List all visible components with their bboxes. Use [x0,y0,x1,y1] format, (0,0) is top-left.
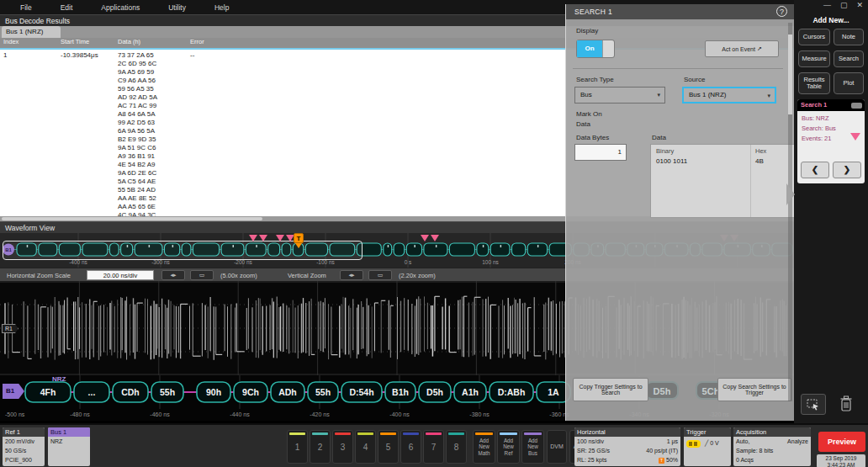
bus-value-box: 4Fh [25,382,71,402]
minimize-icon[interactable]: — [823,1,831,9]
menu-applications[interactable]: Applications [101,3,140,12]
search-card-type-line: Search: Bus [802,125,836,132]
channel-2-button[interactable]: 2 [310,430,331,464]
add-new-math-button[interactable]: Add New Math [473,430,495,464]
scrollbar-thumb[interactable] [2,217,262,220]
channel-7-button[interactable]: 7 [423,430,444,464]
bus-axis-label: -440 ns [230,411,250,417]
binary-value: 0100 1011 [656,157,687,165]
channel-color-stripe [403,433,419,435]
svg-text:55h: 55h [160,387,175,397]
overview-axis-label: -400 ns [60,259,97,265]
dimmed-bus-value: D5h [645,381,679,400]
menu-help[interactable]: Help [214,3,229,12]
tab-bus1-nrz[interactable]: Bus 1 (NRZ) [2,26,61,38]
ref1-waveform-badge[interactable]: R1 [2,324,19,333]
v-zoom-reset-button[interactable]: ▭ [368,270,392,280]
trigger-settings-badge[interactable]: Trigger ╱ 0 V [684,427,731,466]
channel-3-button[interactable]: 3 [332,430,353,464]
menu-file[interactable]: File [20,3,32,12]
acquisition-settings-badge[interactable]: Acquisition Auto,Analyze Sample: 8 bits … [733,427,811,466]
search-mark-pair[interactable] [249,235,267,241]
search-panel-title[interactable]: SEARCH 1 [566,4,794,19]
copy-trigger-settings-button[interactable]: Copy Trigger Settings to Search [573,378,648,401]
search1-badge-card[interactable]: Search 1 Bus: NRZ Search: Bus Events: 21… [797,99,865,183]
channel-8-button[interactable]: 8 [446,430,467,464]
trigger-position-marker[interactable]: T [294,233,304,243]
oscilloscope-screen: File Edit Applications Utility Help Bus … [0,0,868,467]
zoom-selection-box[interactable] [3,241,363,260]
svg-text:9Ch: 9Ch [242,387,259,397]
display-toggle[interactable]: On [576,40,615,58]
prev-event-button[interactable]: ❮ [801,162,829,178]
add-measure-button[interactable]: Measure [798,50,830,67]
overview-axis-label: -100 ns [307,259,344,265]
add-new-bus-button[interactable]: Add New Bus [521,430,544,464]
bus-value-box: D5h [419,382,451,402]
search-mark-pair[interactable] [421,235,439,241]
add-plot-button[interactable]: Plot [834,72,864,94]
overview-axis-label: 0 s [389,259,426,265]
source-dropdown[interactable]: Bus 1 (NRZ) ▾ [682,87,776,103]
help-icon[interactable]: ? [776,6,787,17]
bus-axis-label: -480 ns [70,411,90,417]
v-pan-button[interactable]: ◂▸ [340,270,363,280]
act-on-event-button[interactable]: Act on Event ↗ [705,40,779,57]
add-cursors-button[interactable]: Cursors [798,29,830,45]
bus-value-box: 55h [151,382,183,402]
h-zoom-reset-button[interactable]: ▭ [190,270,214,280]
bus-axis-label: -460 ns [150,411,170,417]
maximize-icon[interactable]: ▢ [840,1,848,9]
col-data-h: Data (h) [118,38,140,46]
channel-5-button[interactable]: 5 [378,430,399,464]
bus-value-box: 9Ch [234,382,267,402]
channel-1-button[interactable]: 1 [287,430,308,464]
datetime-display: 23 Sep 2019 3:44:23 AM [817,454,865,467]
panel-scrollbar[interactable] [788,23,792,401]
panel-collapse-handle[interactable] [786,183,795,205]
add-new-ref-button[interactable]: Add New Ref [497,430,520,464]
add-search-button[interactable]: Search [834,50,864,67]
horizontal-settings-badge[interactable]: Horizontal 100 ns/div1 μs SR: 25 GS/s40 … [574,427,680,466]
close-icon[interactable]: ✕ [856,1,863,9]
h-pan-button[interactable]: ◂▸ [161,270,185,280]
channel-color-stripe [448,433,464,435]
svg-text:CDh: CDh [121,387,140,397]
copy-search-settings-button[interactable]: Copy Search Settings to Trigger [717,378,791,401]
delete-trash-button[interactable] [839,395,853,416]
bus-value-box: CDh [113,382,148,402]
add-results-table-button[interactable]: Results Table [798,72,830,94]
chevron-down-icon: ▾ [657,88,660,103]
search-mark-pair[interactable] [276,235,294,241]
status-bar: Ref 1 200 mV/div 50 GS/s PCIE_900 Bus 1 … [0,423,868,467]
channel-6-button[interactable]: 6 [400,430,421,464]
menu-edit[interactable]: Edit [61,3,73,12]
capture-icon [807,399,820,411]
trigger-position-icon: T [659,458,664,464]
add-note-button[interactable]: Note [834,29,864,45]
search-type-dropdown[interactable]: Bus ▾ [574,87,665,103]
dvm-button[interactable]: DVM [547,430,567,464]
h-zoom-scale-input[interactable]: 20.00 ns/div [87,270,154,280]
channel-4-button[interactable]: 4 [355,430,376,464]
svg-text:ADh: ADh [278,387,297,397]
hex-column-header: Hex [755,147,766,155]
bus1-status-badge[interactable]: Bus 1 NRZ [48,427,90,466]
bus-axis-label: -380 ns [469,411,490,417]
toggle-knob[interactable] [602,40,614,57]
svg-text:D:54h: D:54h [349,387,373,397]
preview-button[interactable]: Preview [818,432,865,452]
menu-utility[interactable]: Utility [168,3,186,12]
search1-config-panel: SEARCH 1 ? Display On Act on Event ↗ Sea… [565,4,794,421]
color-stripe [475,433,493,435]
ref1-status-badge[interactable]: Ref 1 200 mV/div 50 GS/s PCIE_900 [3,427,45,466]
search-data-table[interactable]: Binary Hex 0100 1011 4B [650,144,802,218]
screen-capture-button[interactable] [801,394,826,415]
next-event-button[interactable]: ❯ [833,162,861,178]
scrollbar-thumb[interactable] [788,34,792,114]
external-action-icon: ↗ [757,45,762,52]
svg-text:A1h: A1h [462,387,479,397]
hex-value: 4B [755,157,764,165]
data-bytes-input[interactable]: 1 [574,144,627,161]
h-zoom-factor: (5.00x zoom) [220,272,257,279]
